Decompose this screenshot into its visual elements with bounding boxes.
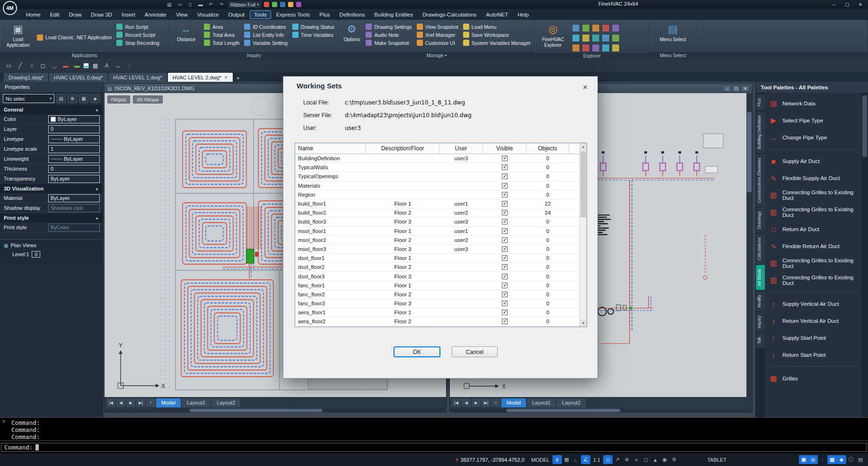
toggle-value-icon[interactable]: ▤	[56, 94, 66, 103]
visible-checkbox[interactable]	[502, 319, 508, 324]
load-classic-net-button[interactable]: Load Classic .NET Application	[37, 35, 112, 41]
dialog-close-icon[interactable]: ✕	[580, 82, 590, 92]
layout-tab[interactable]: Model	[156, 398, 181, 407]
command-input[interactable]: Command:	[1, 443, 867, 452]
column-header-user[interactable]: User	[439, 143, 483, 154]
circle-tool-icon[interactable]: ○	[26, 61, 36, 71]
explorer-tool-icon[interactable]	[592, 34, 600, 42]
menu-item[interactable]: Express Tools	[272, 10, 314, 19]
menu-item[interactable]: Tools	[250, 10, 271, 19]
working-set-row[interactable]: fanc_floor3 Floor 3 0	[295, 299, 587, 308]
ribbon-item[interactable]: Audio Note	[366, 32, 412, 38]
ribbon-item[interactable]: Total Length	[204, 40, 239, 46]
ribbon-item[interactable]: Variable Setting	[244, 40, 287, 46]
quick-select-icon[interactable]: ⊕	[68, 94, 77, 103]
visible-checkbox[interactable]	[502, 237, 508, 243]
model-space-toggle[interactable]: MODEL	[531, 457, 550, 463]
menu-item[interactable]: Building Entities	[370, 10, 417, 19]
ribbon-item[interactable]: Customize UI	[417, 40, 458, 46]
palette-tool[interactable]: ↑Supply Start Point	[769, 332, 861, 344]
palette-tool[interactable]: ↔Change Pipe Type	[769, 131, 861, 144]
save-file-icon[interactable]: ▬	[197, 1, 204, 8]
palette-tool[interactable]: ↕Return Vertical Air Duct	[769, 315, 861, 327]
table-scrollbar[interactable]: ▲ ▼	[579, 143, 587, 327]
menu-item[interactable]: Draw 3D	[87, 10, 116, 19]
property-row[interactable]: Linetype scale1	[0, 144, 103, 154]
ortho-icon[interactable]: ∟	[571, 455, 581, 464]
palette-tool[interactable]: ∿Flexible Return Air Duct	[769, 240, 861, 252]
nav-first-icon[interactable]: |◀	[106, 398, 115, 407]
column-header-description-floor[interactable]: Description/Floor	[366, 143, 439, 154]
viewport-2-hscrollbar[interactable]	[450, 408, 752, 413]
visible-checkbox[interactable]	[502, 301, 508, 306]
lock-ui-icon[interactable]: ▩	[827, 455, 837, 464]
palette-tool[interactable]: ▥Connecting Grilles to Existing Duct	[769, 274, 861, 286]
layer-cyan-icon[interactable]: ▬	[83, 63, 89, 69]
palette-tab[interactable]: Drawings	[756, 207, 765, 233]
explorer-tool-icon[interactable]	[592, 44, 600, 52]
rectangle-tool-icon[interactable]: ◻	[38, 61, 48, 71]
palette-tool[interactable]: ▥Connecting Grilles to Existing Duct	[769, 189, 861, 201]
section-header-print-style[interactable]: Print style▲	[0, 213, 103, 223]
layout-tab[interactable]: Layout1	[527, 398, 556, 407]
visible-checkbox[interactable]	[502, 228, 508, 234]
ribbon-item[interactable]: Load Menu	[463, 24, 531, 30]
menu-item[interactable]: Home	[22, 10, 45, 19]
property-row[interactable]: Shadow displayShadows cast	[0, 203, 103, 213]
working-set-row[interactable]: aera_floor1 Floor 1 0	[295, 308, 587, 317]
qat-layers-icon[interactable]	[272, 2, 277, 7]
minimize-button[interactable]: –	[827, 0, 841, 9]
visible-checkbox[interactable]	[502, 310, 508, 315]
property-row[interactable]: LinetypeByLayer	[0, 134, 103, 144]
ribbon-item[interactable]: List Entity Info	[244, 32, 287, 38]
menu-item[interactable]: Edit	[46, 10, 64, 19]
qat-units-icon[interactable]	[296, 2, 301, 7]
document-tab[interactable]: HVAC LEVEL 1.dwg*✕	[108, 73, 167, 82]
palette-tool[interactable]: ▦Grilles	[769, 372, 861, 385]
ribbon-item[interactable]: Total Area	[204, 32, 239, 38]
property-row[interactable]: Layer0	[0, 124, 103, 134]
working-set-row[interactable]: dsol_floor1 Floor 1 0	[295, 254, 587, 263]
viewport-2-vscrollbar[interactable]	[746, 93, 752, 397]
viewport-maximize-icon[interactable]: ▢	[732, 85, 740, 92]
explorer-tool-icon[interactable]	[612, 34, 620, 42]
polar-icon[interactable]: ∠	[581, 455, 590, 464]
menu-item[interactable]: Visualize	[193, 10, 223, 19]
select-objects-icon[interactable]: ▦	[79, 94, 88, 103]
working-set-row[interactable]: msol_floor3 Floor 3 user3 0	[295, 245, 587, 254]
document-tab[interactable]: HVAC LEVEL 0.dwg*✕	[49, 73, 107, 82]
qat-plot-icon[interactable]	[264, 2, 269, 7]
visible-checkbox[interactable]	[502, 164, 508, 170]
ribbon-item[interactable]: ID Coordinates	[244, 24, 287, 30]
property-row[interactable]: Print styleByColor	[0, 223, 103, 233]
ribbon-item[interactable]: Area	[204, 24, 239, 30]
nav-next-icon[interactable]: ▶	[472, 398, 481, 407]
working-set-row[interactable]: aera_floor2 Floor 2 0	[295, 317, 587, 326]
property-row[interactable]: Thickness0	[0, 164, 103, 174]
layer-green-ic[interactable]: ▬	[72, 61, 82, 71]
palette-tool[interactable]: ▶Select Pipe Type	[769, 114, 861, 127]
menu-item[interactable]: Plus	[315, 10, 334, 19]
nav-first-icon[interactable]: |◀	[452, 398, 461, 407]
viewport-minimize-icon[interactable]: –	[723, 85, 731, 92]
annotation-scale[interactable]: 1:1	[593, 457, 600, 463]
working-set-row[interactable]: msol_floor2 Floor 2 user2 0	[295, 236, 587, 245]
working-set-row[interactable]: build_floor1 Floor 1 user1 22	[295, 199, 587, 208]
ribbon-item[interactable]: Xref Manager	[417, 32, 458, 38]
cancel-button[interactable]: Cancel	[452, 346, 498, 357]
ribbon-item[interactable]: View Snapshot	[417, 24, 458, 30]
toggle-pickadd-icon[interactable]: ◈	[90, 94, 100, 103]
text-tool-icon[interactable]: A	[102, 61, 112, 71]
palette-tab[interactable]: Air Ducts	[756, 265, 765, 290]
palette-tab[interactable]: Inquiry	[756, 312, 765, 332]
menu-select-button[interactable]: ▤ Menu Select	[659, 22, 687, 43]
explorer-tool-icon[interactable]	[602, 34, 610, 42]
palette-tool[interactable]: ▥Connecting Grilles to Existing Duct	[769, 206, 861, 218]
graphics-performance-icon[interactable]: ◈	[837, 455, 846, 464]
plan-views-level[interactable]: Level:1 0	[12, 251, 99, 258]
explorer-tool-icon[interactable]	[582, 34, 590, 42]
menu-burger-icon[interactable]: ▤	[166, 1, 173, 8]
menu-item[interactable]: Output	[224, 10, 249, 19]
visible-checkbox[interactable]	[502, 201, 508, 207]
palette-tool[interactable]: ∿Flexible Supply Air Duct	[769, 172, 861, 184]
